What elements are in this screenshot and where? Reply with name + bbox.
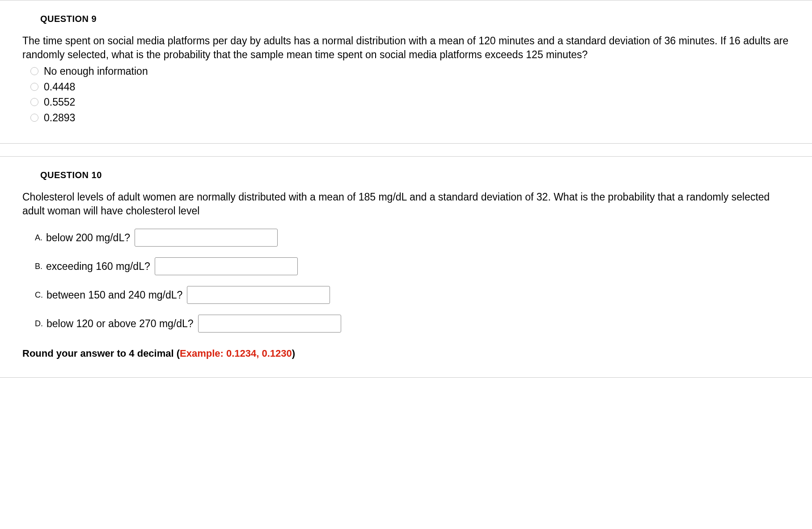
radio-circle-icon xyxy=(30,98,38,106)
radio-circle-icon xyxy=(30,114,38,122)
rounding-example: Example: 0.1234, 0.1230 xyxy=(180,348,292,359)
answer-input-b[interactable] xyxy=(155,257,298,275)
sub-label-d: below 120 or above 270 mg/dL? xyxy=(47,318,194,330)
subquestion-a: A. below 200 mg/dL? xyxy=(35,229,790,247)
radio-option-3[interactable]: 0.2893 xyxy=(30,110,790,126)
radio-circle-icon xyxy=(30,67,38,75)
subquestion-b: B. exceeding 160 mg/dL? xyxy=(35,257,790,275)
question-9-block: QUESTION 9 The time spent on social medi… xyxy=(0,0,812,144)
radio-option-1[interactable]: 0.4448 xyxy=(30,79,790,95)
sub-label-c: between 150 and 240 mg/dL? xyxy=(47,289,182,301)
question-9-options: No enough information 0.4448 0.5552 0.28… xyxy=(22,64,790,125)
block-spacer xyxy=(0,144,812,156)
question-10-text: Cholesterol levels of adult women are no… xyxy=(22,190,790,218)
radio-option-0[interactable]: No enough information xyxy=(30,64,790,79)
radio-label: 0.4448 xyxy=(44,79,75,95)
question-10-header: QUESTION 10 xyxy=(40,170,790,180)
sub-letter-a: A. xyxy=(35,233,42,243)
question-9-text: The time spent on social media platforms… xyxy=(22,34,790,62)
question-10-block: QUESTION 10 Cholesterol levels of adult … xyxy=(0,156,812,378)
rounding-note: Round your answer to 4 decimal (Example:… xyxy=(22,348,790,359)
sub-label-a: below 200 mg/dL? xyxy=(46,232,130,244)
sub-letter-c: C. xyxy=(35,290,43,300)
sub-letter-d: D. xyxy=(35,319,43,328)
radio-label: 0.5552 xyxy=(44,94,75,110)
answer-input-c[interactable] xyxy=(187,286,330,304)
rounding-suffix: ) xyxy=(292,348,295,359)
sub-letter-b: B. xyxy=(35,262,42,271)
radio-label: 0.2893 xyxy=(44,110,75,126)
rounding-prefix: Round your answer to 4 decimal ( xyxy=(22,348,180,359)
radio-circle-icon xyxy=(30,83,38,91)
radio-label: No enough information xyxy=(44,64,148,79)
answer-input-a[interactable] xyxy=(135,229,278,247)
subquestion-c: C. between 150 and 240 mg/dL? xyxy=(35,286,790,304)
question-9-header: QUESTION 9 xyxy=(40,14,790,24)
answer-input-d[interactable] xyxy=(198,315,341,333)
sub-label-b: exceeding 160 mg/dL? xyxy=(46,260,150,273)
radio-option-2[interactable]: 0.5552 xyxy=(30,94,790,110)
subquestion-d: D. below 120 or above 270 mg/dL? xyxy=(35,315,790,333)
